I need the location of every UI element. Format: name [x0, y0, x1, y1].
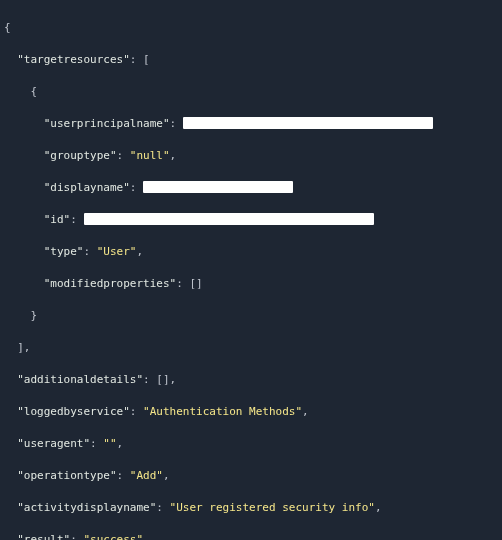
json-line: "additionaldetails": [], — [4, 372, 502, 388]
json-line: "id": — [4, 212, 502, 228]
redaction — [143, 181, 293, 193]
json-line: "result": "success", — [4, 532, 502, 540]
json-line: "displayname": — [4, 180, 502, 196]
redaction — [84, 213, 374, 225]
json-line: "type": "User", — [4, 244, 502, 260]
json-line: "useragent": "", — [4, 436, 502, 452]
json-line: "modifiedproperties": [] — [4, 276, 502, 292]
json-code-block: { "targetresources": [ { "userprincipaln… — [0, 0, 502, 540]
json-line: } — [4, 308, 502, 324]
json-line: "targetresources": [ — [4, 52, 502, 68]
json-line: "grouptype": "null", — [4, 148, 502, 164]
json-line: "loggedbyservice": "Authentication Metho… — [4, 404, 502, 420]
redaction — [183, 117, 433, 129]
json-line: ], — [4, 340, 502, 356]
json-line: { — [4, 20, 502, 36]
json-line: "operationtype": "Add", — [4, 468, 502, 484]
json-line: "userprincipalname": — [4, 116, 502, 132]
json-line: "activitydisplayname": "User registered … — [4, 500, 502, 516]
json-line: { — [4, 84, 502, 100]
